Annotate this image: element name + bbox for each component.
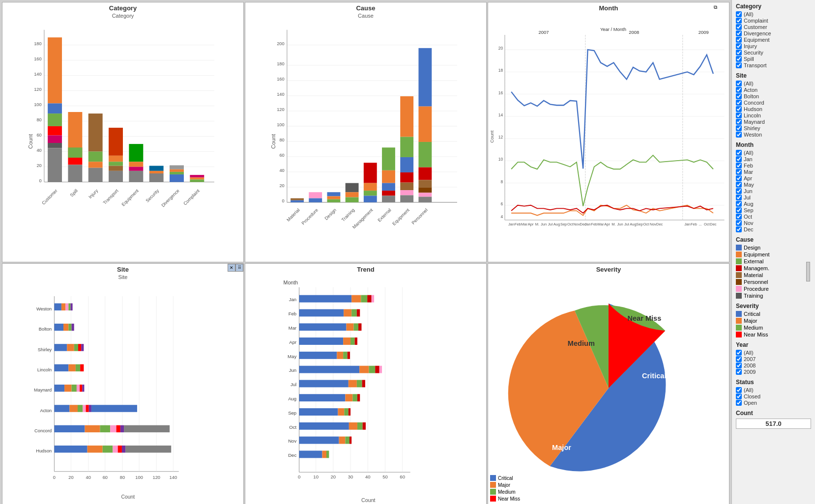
bar-training-main[interactable]: [346, 183, 359, 193]
sidebar-month-all[interactable]: (All): [736, 150, 811, 156]
checkbox-site-bolton[interactable]: [736, 93, 742, 99]
bar-design-orange[interactable]: [327, 196, 340, 199]
bar-maynard-red[interactable]: [80, 385, 82, 392]
trend-sep-green[interactable]: [344, 408, 349, 416]
sidebar-site-shirley[interactable]: Shirley: [736, 125, 811, 131]
bar-complaint-green[interactable]: [190, 179, 204, 182]
bar-weston-pink[interactable]: [65, 303, 68, 310]
bar-customer-green[interactable]: [48, 113, 62, 126]
trend-jan-orange[interactable]: [351, 295, 361, 303]
trend-dec-blue[interactable]: [299, 450, 322, 458]
sidebar-month-oct[interactable]: Oct: [736, 214, 811, 220]
bar-personnel-brown[interactable]: [418, 180, 432, 187]
trend-nov-red[interactable]: [349, 437, 351, 444]
trend-jan-green[interactable]: [361, 295, 367, 303]
bar-personnel-gray[interactable]: [418, 197, 432, 202]
checkbox-cat-complaint[interactable]: [736, 18, 742, 24]
bar-concord-orange[interactable]: [85, 425, 100, 432]
bar-equip-orange[interactable]: [129, 162, 143, 167]
sidebar-site-hudson[interactable]: Hudson: [736, 106, 811, 112]
checkbox-cat-all[interactable]: [736, 11, 742, 17]
bar-personnel-orange[interactable]: [418, 107, 432, 142]
trend-may-blue[interactable]: [299, 352, 337, 359]
bar-concord-purple[interactable]: [120, 425, 124, 432]
trend-jun-green[interactable]: [369, 366, 375, 373]
trend-nov-blue[interactable]: [299, 437, 339, 444]
bar-external-blue[interactable]: [382, 183, 395, 191]
bar-security-main[interactable]: [149, 166, 164, 171]
month-expand[interactable]: ⧉: [714, 4, 717, 10]
bar-shirley-green[interactable]: [74, 344, 78, 351]
bar-procedure-blue[interactable]: [309, 198, 322, 202]
bar-bolton-blue[interactable]: [54, 324, 63, 331]
bar-material-main[interactable]: [291, 198, 304, 200]
trend-feb-green[interactable]: [351, 309, 357, 316]
sidebar-cat-security[interactable]: Security: [736, 50, 811, 56]
checkbox-cat-transport[interactable]: [736, 62, 742, 68]
bar-equip2-green[interactable]: [400, 137, 413, 157]
bar-equip2-gray[interactable]: [400, 195, 413, 202]
bar-mgmt-orange[interactable]: [364, 183, 377, 191]
trend-dec-green[interactable]: [326, 450, 329, 458]
sidebar-status-open[interactable]: Open: [736, 400, 811, 406]
bar-equip-pink[interactable]: [129, 167, 143, 171]
sidebar-month-feb[interactable]: Feb: [736, 163, 811, 168]
trend-feb-blue[interactable]: [299, 309, 344, 316]
checkbox-month-oct[interactable]: [736, 214, 742, 220]
trend-dec-orange[interactable]: [322, 450, 326, 458]
bar-acton-blue[interactable]: [54, 405, 69, 412]
bar-concord-gray[interactable]: [124, 425, 170, 432]
sidebar-site-weston[interactable]: Weston: [736, 132, 811, 138]
checkbox-site-hudson[interactable]: [736, 106, 742, 112]
bar-spill-green[interactable]: [68, 147, 82, 158]
bar-equip2-brown[interactable]: [400, 183, 413, 190]
bar-maynard-blue[interactable]: [54, 385, 64, 392]
checkbox-site-all[interactable]: [736, 81, 742, 86]
sidebar-site-maynard[interactable]: Maynard: [736, 119, 811, 125]
bar-security-orange[interactable]: [149, 171, 164, 173]
checkbox-year-2007[interactable]: [736, 356, 742, 362]
trend-oct-green[interactable]: [357, 422, 363, 430]
checkbox-cat-injury[interactable]: [736, 43, 742, 49]
bar-customer-red[interactable]: [48, 126, 62, 136]
bar-equip2-red[interactable]: [400, 172, 413, 183]
bar-external-gray[interactable]: [382, 196, 395, 202]
trend-jun-pink[interactable]: [379, 366, 382, 373]
bar-complaint-main[interactable]: [190, 175, 204, 177]
sidebar-site-lincoln[interactable]: Lincoln: [736, 112, 811, 118]
checkbox-month-nov[interactable]: [736, 220, 742, 226]
sidebar-cat-equipment[interactable]: Equipment: [736, 37, 811, 43]
checkbox-status-all[interactable]: [736, 387, 742, 393]
bar-external-main[interactable]: [382, 147, 395, 170]
sidebar-site-acton[interactable]: Acton: [736, 87, 811, 93]
checkbox-site-shirley[interactable]: [736, 125, 742, 131]
bar-personnel-red[interactable]: [418, 168, 432, 180]
sidebar-cat-transport[interactable]: Transport: [736, 62, 811, 68]
checkbox-month-feb[interactable]: [736, 163, 742, 168]
checkbox-site-lincoln[interactable]: [736, 112, 742, 118]
checkbox-month-dec[interactable]: [736, 226, 742, 232]
bar-mgmt-blue[interactable]: [364, 196, 377, 202]
checkbox-month-jan[interactable]: [736, 156, 742, 162]
bar-training-green[interactable]: [346, 197, 359, 202]
sidebar-status-closed[interactable]: Closed: [736, 393, 811, 399]
sidebar-year-2009[interactable]: 2009: [736, 369, 811, 375]
bar-maynard-orange[interactable]: [64, 385, 71, 392]
bar-concord-pink[interactable]: [110, 425, 116, 432]
bar-equip2-pink[interactable]: [400, 190, 413, 195]
bar-shirley-purple[interactable]: [81, 344, 84, 351]
trend-jul-red[interactable]: [362, 380, 365, 387]
bar-hudson-green[interactable]: [103, 446, 113, 452]
trend-jun-blue[interactable]: [299, 366, 360, 373]
checkbox-month-jun[interactable]: [736, 188, 742, 194]
trend-feb-red[interactable]: [357, 309, 360, 316]
trend-mar-orange[interactable]: [347, 323, 354, 331]
trend-mar-blue[interactable]: [299, 323, 347, 331]
site-close-button[interactable]: ✕: [228, 264, 235, 272]
checkbox-status-closed[interactable]: [736, 393, 742, 399]
trend-sep-blue[interactable]: [299, 408, 338, 416]
bar-design-main[interactable]: [327, 192, 340, 196]
checkbox-site-maynard[interactable]: [736, 119, 742, 125]
trend-may-orange[interactable]: [337, 352, 343, 359]
bar-spill-gray[interactable]: [68, 165, 82, 182]
